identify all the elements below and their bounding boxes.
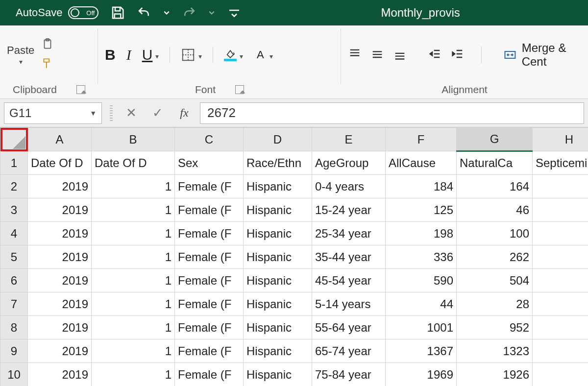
qat-customize-icon[interactable] bbox=[227, 5, 242, 20]
cell[interactable]: 1 bbox=[92, 363, 175, 386]
cell[interactable]: 1969 bbox=[386, 363, 457, 386]
increase-indent-icon[interactable] bbox=[451, 47, 465, 63]
cell[interactable]: 2019 bbox=[28, 175, 92, 198]
col-header-G[interactable]: G bbox=[457, 128, 533, 151]
cell[interactable]: Hispanic bbox=[244, 175, 312, 198]
row-header[interactable]: 5 bbox=[0, 245, 28, 269]
cell[interactable]: 2019 bbox=[28, 222, 92, 245]
cell[interactable]: 2019 bbox=[28, 316, 92, 339]
font-color-button[interactable]: A bbox=[254, 47, 273, 62]
cell[interactable]: 1 bbox=[92, 269, 175, 292]
cell[interactable]: Hispanic bbox=[244, 316, 312, 339]
cell[interactable]: 44 bbox=[386, 292, 457, 316]
fill-color-dropdown-icon[interactable] bbox=[240, 47, 243, 62]
col-header-E[interactable]: E bbox=[312, 128, 386, 151]
cell[interactable]: 65-74 year bbox=[312, 339, 386, 363]
cell[interactable]: 262 bbox=[457, 245, 533, 269]
cell[interactable]: Hispanic bbox=[244, 222, 312, 245]
cell[interactable]: 46 bbox=[457, 198, 533, 222]
col-header-A[interactable]: A bbox=[28, 128, 92, 151]
cell[interactable]: Hispanic bbox=[244, 292, 312, 316]
row-header[interactable]: 3 bbox=[0, 198, 28, 222]
col-header-B[interactable]: B bbox=[92, 128, 175, 151]
cell[interactable]: 2019 bbox=[28, 292, 92, 316]
cell[interactable]: 2019 bbox=[28, 198, 92, 222]
save-icon[interactable] bbox=[110, 5, 125, 20]
row-header[interactable]: 6 bbox=[0, 269, 28, 292]
cell[interactable]: Hispanic bbox=[244, 339, 312, 363]
cell[interactable]: 1323 bbox=[457, 339, 533, 363]
col-header-C[interactable]: C bbox=[175, 128, 244, 151]
cell[interactable] bbox=[533, 245, 588, 269]
cell[interactable]: 2019 bbox=[28, 363, 92, 386]
cell[interactable]: Female (F bbox=[175, 339, 244, 363]
cell[interactable]: 952 bbox=[457, 316, 533, 339]
cell[interactable]: 0-4 years bbox=[312, 175, 386, 198]
align-middle-icon[interactable] bbox=[370, 47, 384, 63]
paste-button[interactable]: Paste ▾ bbox=[7, 44, 34, 66]
formula-input[interactable]: 2672 bbox=[200, 102, 584, 124]
accept-formula-icon[interactable]: ✓ bbox=[147, 102, 169, 124]
cell[interactable]: 100 bbox=[457, 222, 533, 245]
cell[interactable]: Date Of D bbox=[28, 151, 92, 175]
cell[interactable]: Female (F bbox=[175, 292, 244, 316]
cell[interactable]: 75-84 year bbox=[312, 363, 386, 386]
formula-bar-grip[interactable] bbox=[110, 105, 113, 121]
cell[interactable]: 25-34 year bbox=[312, 222, 386, 245]
name-box[interactable]: G11 ▼ bbox=[4, 102, 102, 124]
cell[interactable]: Septicemi Ma bbox=[533, 151, 588, 175]
fill-color-button[interactable] bbox=[224, 47, 243, 62]
cell[interactable]: 1 bbox=[92, 339, 175, 363]
cell[interactable]: 504 bbox=[457, 269, 533, 292]
cell[interactable]: Hispanic bbox=[244, 245, 312, 269]
cell[interactable]: Race/Ethn bbox=[244, 151, 312, 175]
cell[interactable]: Female (F bbox=[175, 175, 244, 198]
cell[interactable]: 0 bbox=[533, 198, 588, 222]
cell[interactable]: Female (F bbox=[175, 316, 244, 339]
font-launcher-icon[interactable] bbox=[235, 85, 244, 94]
cell[interactable]: 55-64 year bbox=[312, 316, 386, 339]
clipboard-icon[interactable] bbox=[41, 38, 54, 52]
underline-dropdown-icon[interactable] bbox=[155, 47, 159, 62]
cell[interactable]: Female (F bbox=[175, 222, 244, 245]
row-header[interactable]: 1 bbox=[0, 151, 28, 175]
cell[interactable]: NaturalCa bbox=[457, 151, 533, 175]
cell[interactable]: 22 bbox=[533, 339, 588, 363]
cell[interactable]: 125 bbox=[386, 198, 457, 222]
cell[interactable]: 2019 bbox=[28, 245, 92, 269]
font-color-dropdown-icon[interactable] bbox=[270, 47, 273, 62]
borders-dropdown-icon[interactable] bbox=[198, 47, 202, 62]
row-header[interactable]: 7 bbox=[0, 292, 28, 316]
borders-button[interactable] bbox=[181, 47, 202, 62]
undo-icon[interactable] bbox=[137, 5, 151, 20]
cell[interactable]: 1926 bbox=[457, 363, 533, 386]
align-bottom-icon[interactable] bbox=[393, 47, 407, 63]
cell[interactable]: 1 bbox=[92, 175, 175, 198]
merge-center-button[interactable]: Merge & Cent bbox=[503, 41, 581, 69]
row-header[interactable]: 10 bbox=[0, 363, 28, 386]
row-header[interactable]: 4 bbox=[0, 222, 28, 245]
cell[interactable]: 20 bbox=[533, 316, 588, 339]
cell[interactable]: Female (F bbox=[175, 269, 244, 292]
decrease-indent-icon[interactable] bbox=[428, 47, 442, 63]
row-header[interactable]: 9 bbox=[0, 339, 28, 363]
cell[interactable]: 198 bbox=[386, 222, 457, 245]
cell[interactable] bbox=[533, 222, 588, 245]
cell[interactable]: 28 bbox=[457, 292, 533, 316]
cell[interactable]: 1 bbox=[92, 198, 175, 222]
select-all-corner[interactable] bbox=[0, 128, 28, 151]
spreadsheet-grid[interactable]: A B C D E F G H 1Date Of DDate Of DSexRa… bbox=[0, 127, 588, 386]
row-header[interactable]: 2 bbox=[0, 175, 28, 198]
cell[interactable]: 34 bbox=[533, 363, 588, 386]
redo-dropdown-icon[interactable] bbox=[208, 5, 215, 20]
cell[interactable]: 45-54 year bbox=[312, 269, 386, 292]
cell[interactable] bbox=[533, 269, 588, 292]
cell[interactable]: Female (F bbox=[175, 363, 244, 386]
autosave-switch[interactable]: Off bbox=[68, 6, 98, 19]
cell[interactable]: Hispanic bbox=[244, 363, 312, 386]
cell[interactable]: Hispanic bbox=[244, 269, 312, 292]
cell[interactable]: 1 bbox=[92, 316, 175, 339]
redo-icon[interactable] bbox=[182, 5, 196, 20]
cell[interactable]: 1 bbox=[92, 245, 175, 269]
cell[interactable]: 164 bbox=[457, 175, 533, 198]
